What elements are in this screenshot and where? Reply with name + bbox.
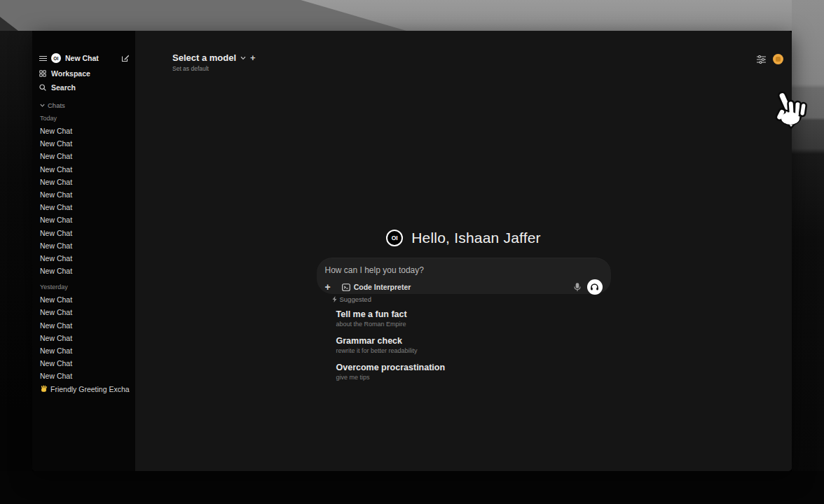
model-selector-label: Select a model — [172, 52, 236, 63]
chat-list-item[interactable]: New Chat — [39, 163, 130, 176]
chat-list-item[interactable]: New Chat — [39, 357, 130, 370]
user-avatar[interactable] — [773, 54, 783, 64]
suggested-label: Suggested — [340, 295, 371, 303]
chat-list-item[interactable]: New Chat — [39, 137, 130, 150]
desktop-background-bottom — [0, 471, 824, 504]
prompt-subtitle: rewrite it for better readability — [336, 347, 561, 354]
chats-label: Chats — [48, 102, 65, 109]
chat-list-item[interactable]: New Chat — [39, 176, 130, 188]
code-interpreter-toggle[interactable]: Code Interpreter — [342, 283, 411, 291]
waving-hand-icon — [40, 385, 48, 393]
chat-list-item[interactable]: New Chat — [39, 188, 130, 201]
app-logo-icon: OI — [386, 230, 403, 246]
attach-plus-icon[interactable]: + — [325, 281, 331, 293]
chat-list-item-friendly-greeting[interactable]: Friendly Greeting Exchange — [39, 383, 130, 396]
chat-list-item[interactable]: New Chat — [39, 370, 130, 382]
chat-input-container: + Code Interpreter — [317, 258, 611, 294]
yesterday-chat-list: New Chat New Chat New Chat New Chat New … — [39, 293, 130, 396]
greeting-text: Hello, Ishaan Jaffer — [411, 230, 541, 246]
suggested-header: Suggested — [332, 295, 561, 303]
model-bar: Select a model + Set as default — [172, 52, 256, 72]
chat-list-item[interactable]: New Chat — [39, 239, 130, 252]
chat-list-item[interactable]: New Chat — [39, 332, 130, 344]
greeting-row: OI Hello, Ishaan Jaffer — [135, 230, 792, 246]
prompt-subtitle: give me tips — [336, 374, 561, 381]
set-as-default-link[interactable]: Set as default — [172, 65, 256, 72]
desktop-background-left — [0, 31, 32, 504]
sidebar-item-workspace[interactable]: Workspace — [39, 67, 130, 79]
workspace-label: Workspace — [51, 69, 90, 78]
chat-list-item[interactable]: New Chat — [39, 150, 130, 162]
open-webui-window: OI New Chat Workspace Search Chats — [32, 31, 792, 471]
new-chat-pencil-icon[interactable] — [121, 54, 130, 62]
headphones-icon — [590, 283, 599, 291]
code-interpreter-icon — [342, 284, 350, 291]
chat-list-item[interactable]: New Chat — [39, 252, 130, 265]
desktop-background-right — [792, 0, 824, 504]
main-panel: Select a model + Set as default OI Hello… — [135, 31, 792, 471]
chat-list-item[interactable]: New Chat — [39, 125, 130, 137]
microphone-icon[interactable] — [574, 283, 581, 292]
chat-list-item[interactable]: New Chat — [39, 293, 130, 306]
prompt-subtitle: about the Roman Empire — [336, 321, 561, 328]
app-logo-icon: OI — [51, 53, 61, 63]
chevron-down-icon — [240, 56, 246, 60]
sidebar: OI New Chat Workspace Search Chats — [32, 31, 135, 471]
add-model-icon[interactable]: + — [250, 53, 256, 62]
chat-list-item[interactable]: New Chat — [39, 265, 130, 277]
header-right-controls — [757, 54, 783, 64]
sidebar-toggle-icon[interactable] — [39, 55, 47, 62]
chat-list-item[interactable]: New Chat — [39, 344, 130, 357]
chat-list-item[interactable]: New Chat — [39, 227, 130, 239]
chevron-down-icon — [40, 104, 45, 107]
chat-title: Friendly Greeting Exchange — [50, 383, 130, 396]
chat-list-item[interactable]: New Chat — [39, 319, 130, 332]
search-label: Search — [51, 83, 76, 92]
prompt-title: Tell me a fun fact — [336, 309, 561, 319]
sidebar-item-search[interactable]: Search — [39, 81, 130, 93]
chats-section-header[interactable]: Chats — [40, 102, 130, 109]
yesterday-section-label: Yesterday — [40, 284, 130, 290]
suggested-prompts: Suggested Tell me a fun fact about the R… — [336, 295, 561, 389]
suggested-prompt-fun-fact[interactable]: Tell me a fun fact about the Roman Empir… — [336, 309, 561, 328]
search-icon — [39, 84, 46, 91]
prompt-title: Overcome procrastination — [336, 363, 561, 372]
bolt-icon — [332, 296, 337, 302]
voice-call-button[interactable] — [587, 279, 603, 295]
sidebar-new-chat-label[interactable]: New Chat — [65, 54, 99, 62]
sidebar-top-row: OI New Chat — [39, 52, 130, 64]
today-chat-list: New Chat New Chat New Chat New Chat New … — [39, 125, 130, 277]
code-interpreter-label: Code Interpreter — [354, 283, 411, 291]
today-section-label: Today — [40, 115, 130, 122]
prompt-title: Grammar check — [336, 336, 561, 346]
chat-list-item[interactable]: New Chat — [39, 306, 130, 318]
workspace-grid-icon — [39, 70, 46, 77]
controls-sliders-icon[interactable] — [757, 55, 766, 64]
chat-input-controls: + Code Interpreter — [325, 279, 603, 295]
suggested-prompt-grammar-check[interactable]: Grammar check rewrite it for better read… — [336, 336, 561, 354]
suggested-prompt-procrastination[interactable]: Overcome procrastination give me tips — [336, 363, 561, 381]
chat-list-item[interactable]: New Chat — [39, 201, 130, 214]
chat-list-item[interactable]: New Chat — [39, 214, 130, 226]
chat-input[interactable] — [325, 265, 603, 275]
model-selector-dropdown[interactable]: Select a model + — [172, 52, 256, 63]
avatar-image — [776, 57, 781, 62]
